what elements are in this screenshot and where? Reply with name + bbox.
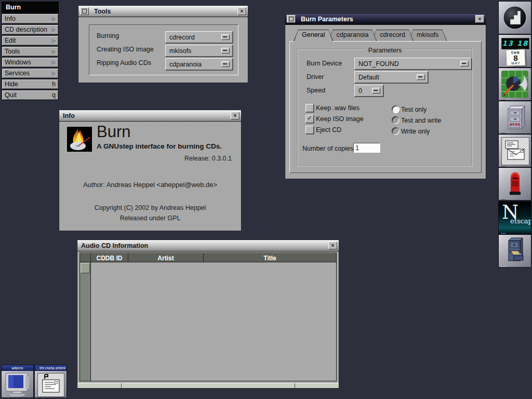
close-button[interactable]: × [328, 242, 337, 249]
mail-compose-icon [501, 137, 529, 165]
miniwindow-document[interactable]: ...99.meta.shtml [34, 365, 67, 398]
submenu-arrow-icon: ▷ [52, 71, 56, 76]
groupbox-title: Parameters [365, 47, 406, 54]
tab-panel: Parameters Burn Device NOT_FOUND Driver … [289, 41, 482, 173]
miniaturize-button[interactable] [287, 15, 296, 23]
shortcut-key: q [52, 91, 56, 99]
iso-image-dropdown[interactable]: mkisofs [165, 45, 233, 57]
copyright-label: Copyright (C) 2002 by Andreas Heppel [59, 204, 241, 211]
popup-indicator-icon [221, 34, 230, 40]
terminal-icon [2, 372, 32, 397]
info-window: Info × Burn A G [59, 110, 242, 231]
close-button[interactable]: × [475, 15, 484, 23]
dock-tile-file-cabinet[interactable]: ... [498, 101, 531, 134]
license-label: Released under GPL [59, 215, 241, 222]
dock-tile-netscape[interactable]: N etscape ... [498, 201, 531, 234]
speed-dropdown[interactable]: 0 [354, 85, 383, 97]
resize-handle-middle[interactable] [122, 383, 295, 388]
tool-label: Creating ISO image [97, 46, 154, 53]
info-titlebar[interactable]: Info × [59, 110, 241, 122]
keep-iso-checkbox[interactable]: Keep ISO image [305, 114, 364, 123]
close-icon: × [478, 17, 482, 22]
running-indicator: ... [501, 197, 507, 200]
keep-wav-checkbox[interactable]: Keep .wav files [305, 103, 360, 112]
close-button[interactable]: × [237, 7, 246, 15]
file-cabinet-icon [500, 103, 529, 132]
scrollbar-knob[interactable] [81, 263, 90, 273]
test-and-write-radio[interactable]: Test and write [392, 116, 441, 125]
burn-parameters-titlebar[interactable]: Burn Parameters × [285, 14, 486, 25]
menu-titlebar[interactable]: Burn [2, 2, 59, 13]
running-indicator: ... [501, 231, 507, 233]
miniaturize-icon [82, 9, 87, 14]
menu-item-cd-description[interactable]: CD description ▷ [2, 24, 59, 35]
dock-tile-mail-compose[interactable]: ... [498, 134, 531, 167]
submenu-arrow-icon: ▷ [52, 38, 56, 43]
tools-titlebar[interactable]: Tools × [78, 6, 248, 17]
running-indicator: ... [501, 264, 507, 267]
tools-groupbox: Burning cdrecord Creating ISO image mkis… [89, 24, 238, 75]
calendar-date: 8 [507, 54, 525, 61]
radio-icon [392, 116, 400, 124]
menu-title-label: Burn [6, 4, 21, 11]
copies-input[interactable] [353, 143, 380, 153]
table-corner-header [80, 253, 91, 262]
menu-item-quit[interactable]: Quit q [2, 90, 59, 100]
running-indicator: ... [501, 131, 507, 133]
window-resizebar[interactable] [77, 383, 339, 388]
running-indicator: ... [501, 98, 507, 100]
menu-item-edit[interactable]: Edit ▷ [2, 35, 59, 46]
parameters-groupbox: Parameters Burn Device NOT_FOUND Driver … [297, 49, 473, 166]
popup-indicator-icon [221, 61, 230, 67]
submenu-arrow-icon: ▷ [52, 16, 56, 21]
window-title: Tools [90, 8, 236, 15]
dock-tile-file-cabinet-open[interactable]: ... [498, 234, 531, 268]
menu-item-info[interactable]: Info ▷ [2, 14, 59, 24]
miniaturize-button[interactable] [80, 7, 89, 15]
popup-indicator-icon [460, 61, 469, 66]
close-button[interactable]: × [231, 112, 240, 119]
menu-item-services[interactable]: Services ▷ [2, 68, 59, 78]
tab-mkisofs[interactable]: mkisofs [408, 30, 447, 41]
eject-cd-checkbox[interactable]: Eject CD [305, 125, 341, 134]
menu-item-windows[interactable]: Windows ▷ [2, 57, 59, 68]
table-header-row: CDDB ID Artist Title [80, 253, 336, 262]
dock-tile-gnustep[interactable] [498, 1, 531, 34]
document-icon [37, 373, 64, 397]
submenu-arrow-icon: ▷ [52, 27, 56, 32]
window-title: Burn Parameters [297, 16, 474, 23]
tab-cdrecord[interactable]: cdrecord [371, 30, 414, 41]
driver-dropdown[interactable]: Default [354, 71, 428, 83]
column-header-cddb-id[interactable]: CDDB ID [91, 253, 128, 262]
dock-tile-clock[interactable]: 13 18 THR 8 MAY [498, 34, 531, 68]
field-label: Driver [307, 73, 324, 81]
audio-cd-titlebar[interactable]: Audio CD Information × [77, 240, 339, 251]
column-header-artist[interactable]: Artist [128, 253, 204, 262]
burn-device-dropdown[interactable]: NOT_FOUND [354, 58, 472, 70]
column-header-title[interactable]: Title [204, 253, 336, 262]
resize-handle-left[interactable] [77, 383, 122, 388]
test-only-radio[interactable]: Test only [392, 105, 427, 114]
audio-cd-window: Audio CD Information × CDDB ID Artist Ti… [77, 240, 339, 389]
miniaturize-icon [289, 17, 294, 21]
popup-indicator-icon [417, 74, 425, 80]
close-icon: × [234, 113, 237, 118]
close-icon: × [241, 9, 244, 14]
postbox-icon [500, 169, 529, 198]
submenu-arrow-icon: ▷ [52, 49, 56, 54]
dock-tile-image-editor[interactable]: ... [498, 68, 531, 101]
miniwindow-wterm[interactable]: wterm [1, 365, 34, 398]
shortcut-key: h [52, 81, 56, 88]
write-only-radio[interactable]: Write only [392, 127, 430, 136]
vertical-scrollbar[interactable] [80, 262, 91, 381]
resize-handle-right[interactable] [295, 383, 339, 388]
ripping-dropdown[interactable]: cdparanoia [165, 58, 233, 70]
dock-tile-postbox[interactable]: ... [498, 167, 531, 201]
burning-dropdown[interactable]: cdrecord [165, 31, 233, 43]
menu-item-tools[interactable]: Tools ▷ [2, 46, 59, 57]
tab-cdparanoia[interactable]: cdparanoia [328, 30, 377, 41]
tool-label: Ripping Audio CDs [97, 59, 151, 66]
tab-general[interactable]: General [294, 30, 333, 41]
menu-item-hide[interactable]: Hide h [2, 79, 59, 89]
window-title: Info [59, 112, 229, 119]
